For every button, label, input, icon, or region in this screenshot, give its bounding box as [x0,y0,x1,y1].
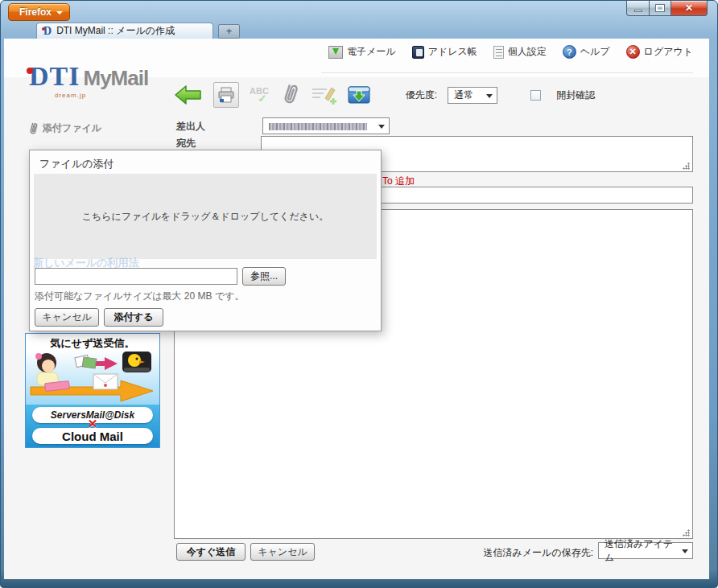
firefox-menu-button[interactable]: Firefox [8,3,70,21]
new-tab-button[interactable]: + [218,24,240,39]
paperclip-icon [27,121,39,136]
paperclip-icon [276,80,303,110]
priority-label: 優先度: [406,88,437,102]
favicon-dot [42,27,45,31]
nav-item-settings[interactable]: 個人設定 [493,45,547,59]
from-label: 差出人 [176,120,205,134]
signature-icon [311,84,336,105]
sidebar-item-attachments[interactable]: 添付ファイル [28,121,101,135]
mymail-page: 電子メール アドレス帳 個人設定 ? ヘルプ ✕ ログアウト [4,39,709,579]
logo-dti-text: DTI [29,61,80,91]
browser-tab[interactable]: D DTI MyMail :: メールの作成 [36,23,213,39]
from-select[interactable] [262,117,390,134]
priority-select[interactable]: 通常 [448,87,497,104]
signature-button[interactable] [311,84,336,105]
save-to-label: 送信済みメールの保存先: [406,546,593,560]
nav-item-addressbook[interactable]: アドレス帳 [412,45,477,59]
chevron-down-icon [378,125,385,129]
sidebar-attachments-label: 添付ファイル [43,121,101,135]
top-navigation: 電子メール アドレス帳 個人設定 ? ヘルプ ✕ ログアウト [328,45,693,59]
email-icon [328,46,343,59]
file-attach-dialog: ファイルの添付 こちらにファイルをドラッグ＆ドロップしてください。 新しいメール… [29,150,382,331]
send-now-button[interactable]: 今すぐ送信 [176,543,246,561]
compose-cancel-button[interactable]: キャンセル [250,543,315,561]
save-draft-button[interactable] [347,84,371,105]
compose-toolbar: ABC ✓ [174,81,595,109]
browse-button[interactable]: 参照... [242,267,286,286]
save-draft-icon [347,84,371,105]
browser-window: Firefox ✕ D DTI MyMail :: メールの作成 + 電子メール… [0,0,718,588]
minimize-button[interactable] [626,1,650,16]
chevron-down-icon [682,549,688,553]
help-icon: ? [563,45,576,59]
logo-red-dot [27,68,33,74]
ad-cross-icon: ✕ [88,417,98,431]
spellcheck-check-icon: ✓ [258,93,266,104]
file-path-input[interactable] [35,268,237,285]
minimize-icon [634,10,642,12]
ad-headline: 気にせず送受信。 [26,336,159,351]
site-favicon: D [43,26,52,37]
logo-product-text: MyMail [83,66,148,90]
nav-item-logout[interactable]: ✕ ログアウト [626,45,693,59]
dialog-attach-button[interactable]: 添付する [104,308,163,327]
read-receipt-label: 開封確認 [556,88,595,102]
dropzone-text: こちらにファイルをドラッグ＆ドロップしてください。 [82,210,328,224]
dialog-title: ファイルの添付 [39,157,114,171]
close-icon: ✕ [685,2,693,14]
redacted-email-address [269,123,367,130]
file-dropzone[interactable]: こちらにファイルをドラッグ＆ドロップしてください。 [34,174,377,259]
title-bar: Firefox ✕ [1,1,717,23]
chevron-down-icon [56,11,63,14]
read-receipt-checkbox[interactable] [530,90,541,101]
tab-title: DTI MyMail :: メールの作成 [56,24,175,38]
logout-icon: ✕ [626,45,640,59]
address-book-icon [412,46,424,59]
dialog-cancel-button[interactable]: キャンセル [35,308,99,327]
nav-item-email[interactable]: 電子メール [328,45,396,59]
chevron-down-icon [486,94,493,98]
close-button[interactable]: ✕ [671,1,708,16]
back-button[interactable] [174,84,203,106]
ad-illustration [26,350,159,405]
window-controls: ✕ [626,1,708,16]
logo-domain-text: dream.jp [55,92,86,99]
print-button[interactable] [213,82,239,108]
nav-item-help[interactable]: ? ヘルプ [563,45,610,59]
save-to-value: 送信済みアイテム [605,537,676,565]
back-arrow-icon [174,84,203,106]
spellcheck-button[interactable]: ABC ✓ [250,87,269,104]
attach-file-button[interactable] [279,83,300,107]
dti-mymail-logo[interactable]: DTIMyMail dream.jp [29,61,148,92]
personal-settings-icon [493,46,504,59]
header-divider [321,72,693,73]
save-to-select[interactable]: 送信済みアイテム [598,542,693,559]
ad-banner[interactable]: 気にせず送受信。 [25,333,160,448]
printer-icon [217,87,235,103]
to-label: 宛先 [176,137,196,150]
firefox-menu-label: Firefox [19,6,52,18]
priority-value: 通常 [454,88,473,102]
file-size-note: 添付可能なファイルサイズは最大 20 MB です。 [35,290,244,303]
maximize-icon [656,5,664,11]
maximize-button[interactable] [650,1,671,16]
